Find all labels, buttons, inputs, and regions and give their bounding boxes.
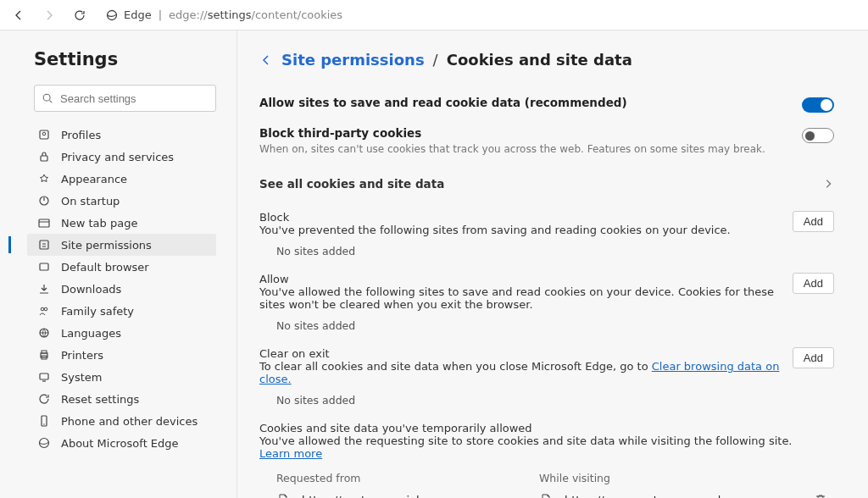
- sidebar-item-label: Site permissions: [61, 239, 152, 252]
- sidebar-item-appearance[interactable]: Appearance: [27, 168, 216, 190]
- block-add-button[interactable]: Add: [793, 211, 834, 232]
- clear-empty-text: No sites added: [276, 394, 834, 407]
- svg-rect-6: [39, 219, 49, 227]
- search-icon: [42, 92, 53, 104]
- temp-allowed-table: Requested from While visiting https://co…: [259, 472, 834, 498]
- sidebar-item-label: Printers: [61, 349, 103, 362]
- sidebar-item-reset[interactable]: Reset settings: [27, 388, 216, 410]
- allow-empty-text: No sites added: [276, 319, 834, 332]
- back-button[interactable]: [7, 3, 31, 27]
- clear-section-desc: To clear all cookies and site data when …: [259, 360, 793, 385]
- svg-rect-4: [41, 156, 47, 161]
- sidebar-item-site[interactable]: Site permissions: [27, 234, 216, 256]
- block-thirdparty-label: Block third-party cookies: [259, 126, 765, 140]
- temp-section-title: Cookies and site data you've temporarily…: [259, 422, 834, 434]
- sidebar-item-profiles[interactable]: Profiles: [27, 124, 216, 146]
- sidebar-item-label: About Microsoft Edge: [61, 437, 179, 450]
- appearance-icon: [37, 172, 51, 185]
- lock-icon: [37, 150, 51, 163]
- breadcrumb-parent-link[interactable]: Site permissions: [281, 51, 425, 69]
- svg-rect-13: [42, 351, 47, 353]
- see-all-cookies-label: See all cookies and site data: [259, 177, 444, 191]
- breadcrumb-back-button[interactable]: [259, 53, 273, 67]
- browser-toolbar: Edge | edge://settings/content/cookies: [0, 0, 868, 30]
- svg-rect-8: [40, 263, 48, 270]
- sidebar-item-label: Reset settings: [61, 393, 139, 406]
- search-input[interactable]: [60, 92, 209, 105]
- address-brand: Edge: [124, 8, 152, 21]
- block-thirdparty-row: Block third-party cookies When on, sites…: [259, 121, 834, 165]
- content-area: Site permissions / Cookies and site data…: [237, 30, 868, 498]
- address-bar[interactable]: Edge | edge://settings/content/cookies: [105, 8, 342, 22]
- allow-section-desc: You've allowed the following sites to sa…: [259, 285, 793, 311]
- sidebar-item-power[interactable]: On startup: [27, 190, 216, 212]
- page-icon: [539, 493, 553, 498]
- sidebar-item-label: Family safety: [61, 305, 134, 318]
- sidebar-item-label: Default browser: [61, 261, 149, 274]
- reset-icon: [37, 392, 51, 406]
- breadcrumb: Site permissions / Cookies and site data: [259, 51, 834, 69]
- sidebar-item-label: On startup: [61, 195, 120, 208]
- block-thirdparty-toggle[interactable]: [802, 128, 834, 143]
- block-section-title: Block: [259, 211, 731, 224]
- svg-point-9: [41, 307, 44, 311]
- sidebar-item-default[interactable]: Default browser: [27, 256, 216, 278]
- sidebar-item-download[interactable]: Downloads: [27, 278, 216, 300]
- sidebar-item-label: Appearance: [61, 173, 127, 185]
- refresh-button[interactable]: [68, 3, 92, 27]
- phone-icon: [37, 414, 51, 428]
- sidebar-item-family[interactable]: Family safety: [27, 300, 216, 322]
- sidebar-item-label: Languages: [61, 327, 121, 340]
- address-separator: |: [159, 8, 162, 21]
- col-requested-from: Requested from: [276, 472, 539, 484]
- temp-allowed-section: Cookies and site data you've temporarily…: [259, 422, 834, 498]
- sidebar-item-newtab[interactable]: New tab page: [27, 212, 216, 234]
- allow-cookies-row: Allow sites to save and read cookie data…: [259, 91, 834, 121]
- settings-search[interactable]: [34, 85, 216, 112]
- clear-add-button[interactable]: Add: [793, 347, 834, 368]
- svg-rect-15: [40, 374, 48, 379]
- page-icon: [276, 493, 290, 498]
- svg-rect-7: [40, 241, 48, 249]
- block-empty-text: No sites added: [276, 245, 834, 257]
- sidebar-item-about[interactable]: About Microsoft Edge: [27, 432, 216, 454]
- sidebar-item-label: System: [61, 371, 102, 384]
- clear-section-title: Clear on exit: [259, 347, 793, 360]
- svg-point-17: [43, 423, 44, 424]
- sidebar-item-label: Downloads: [61, 283, 121, 296]
- sidebar-item-lock[interactable]: Privacy and services: [27, 146, 216, 168]
- sidebar-item-system[interactable]: System: [27, 366, 216, 388]
- col-while-visiting: While visiting: [539, 472, 834, 484]
- allow-section: Allow You've allowed the following sites…: [259, 273, 834, 332]
- language-icon: [37, 326, 51, 340]
- delete-entry-button[interactable]: [814, 493, 834, 498]
- see-all-cookies-link[interactable]: See all cookies and site data: [259, 165, 834, 196]
- settings-sidebar: Settings ProfilesPrivacy and servicesApp…: [0, 30, 237, 498]
- svg-point-10: [44, 307, 47, 311]
- svg-point-3: [42, 132, 46, 136]
- sidebar-item-label: New tab page: [61, 217, 137, 230]
- family-icon: [37, 304, 51, 318]
- sidebar-item-phone[interactable]: Phone and other devices: [27, 410, 216, 432]
- block-section: Block You've prevented the following sit…: [259, 211, 834, 257]
- sidebar-item-language[interactable]: Languages: [27, 322, 216, 344]
- temp-section-desc: You've allowed the requesting site to st…: [259, 434, 802, 460]
- allow-section-title: Allow: [259, 273, 793, 285]
- sidebar-item-printer[interactable]: Printers: [27, 344, 216, 366]
- about-icon: [37, 436, 51, 450]
- allow-add-button[interactable]: Add: [793, 273, 834, 294]
- site-icon: [37, 238, 51, 252]
- svg-point-1: [43, 94, 50, 101]
- clear-on-exit-section: Clear on exit To clear all cookies and s…: [259, 347, 834, 407]
- default-icon: [37, 260, 51, 274]
- sidebar-item-label: Phone and other devices: [61, 415, 198, 428]
- forward-button[interactable]: [37, 3, 61, 27]
- breadcrumb-separator: /: [433, 51, 438, 69]
- settings-nav: ProfilesPrivacy and servicesAppearanceOn…: [27, 124, 216, 454]
- svg-rect-2: [40, 130, 48, 139]
- address-url: edge://settings/content/cookies: [169, 8, 342, 21]
- learn-more-link[interactable]: Learn more: [259, 447, 322, 460]
- trash-icon: [814, 493, 827, 498]
- allow-cookies-toggle[interactable]: [802, 97, 834, 113]
- temp-allowed-row: https://contoso.social https://www.conto…: [276, 493, 834, 498]
